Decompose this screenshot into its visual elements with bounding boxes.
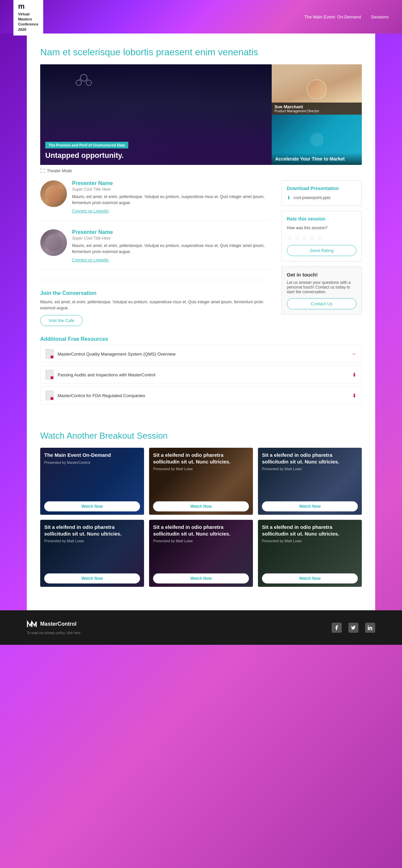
session-title-1: The Main Event On-Demand — [44, 452, 140, 459]
svg-point-1 — [76, 80, 81, 86]
session-card-1[interactable]: The Main Event On-Demand Presented by Ma… — [40, 448, 144, 515]
svg-rect-5 — [368, 627, 369, 630]
logo-m: m — [18, 1, 25, 12]
session-presenter-4: Presented by Matt Lowe — [44, 539, 140, 543]
send-rating-button[interactable]: Send Rating — [287, 245, 357, 256]
resource-name-1: MasterControl Quality Management System … — [58, 351, 351, 356]
presenter-main: Presenter Name Super Cool Title Here Mau… — [40, 180, 271, 326]
session-card-3[interactable]: Sit a eleifend in odio pharetra sollicit… — [258, 448, 362, 515]
presenter-info-2: Presenter Name Super Cool Title Here Mau… — [72, 229, 271, 263]
logo-line4: 2020 — [18, 27, 26, 32]
video-player[interactable]: The Promise and Peril of Unstructured Da… — [40, 64, 362, 165]
presenter-photo-2 — [40, 229, 67, 256]
presenter-photo-1 — [40, 180, 67, 207]
breakout-section: Watch Another Breakout Session The Main … — [27, 421, 375, 610]
svg-point-0 — [80, 74, 87, 81]
presenter-thumbnail: Sue Marchant Product Management Director — [272, 64, 362, 115]
contact-us-button[interactable]: Contact Us — [287, 298, 357, 309]
nav-item-main-event[interactable]: The Main Event: On-Demand — [304, 14, 361, 20]
resource-item-2[interactable]: Passing Audits and Inspections with Mast… — [40, 366, 362, 384]
session-presenter-3: Presented by Matt Lowe — [262, 467, 358, 471]
twitter-icon[interactable] — [348, 623, 359, 633]
star-5[interactable]: ☆ — [316, 234, 322, 242]
download-card: Download Presentation ⬇ cool-powerpoint.… — [281, 180, 362, 206]
download-title: Download Presentation — [287, 186, 357, 191]
session-content-5: Sit a eleifend in odio pharetra sollicit… — [149, 520, 253, 570]
presenter-info-1: Presenter Name Super Cool Title Here Mau… — [72, 180, 271, 214]
resource-icon-3 — [45, 391, 54, 400]
rating-title: Rate this session — [287, 216, 357, 221]
resource-item-3[interactable]: MasterControl for FDA Regulated Companie… — [40, 386, 362, 404]
watch-now-5[interactable]: Watch Now — [153, 574, 249, 584]
header-logo: m Virtual Masters Conference 2020 — [13, 0, 43, 35]
session-card-6[interactable]: Sit a eleifend in odio pharetra sollicit… — [258, 520, 362, 587]
presenter-bio-1: Mauris, est amet, et enim, pellentesque.… — [72, 194, 271, 206]
conversation-text: Mauris, est amet, et enim, pellentesque.… — [40, 299, 271, 311]
header: m Virtual Masters Conference 2020 The Ma… — [0, 0, 402, 33]
get-in-touch-text: Let us answer your questions with a pers… — [287, 280, 357, 294]
sessions-grid: The Main Event On-Demand Presented by Ma… — [40, 448, 362, 587]
presenter-name-2: Presenter Name — [72, 229, 271, 235]
session-content-6: Sit a eleifend in odio pharetra sollicit… — [258, 520, 362, 570]
star-2[interactable]: ☆ — [294, 234, 300, 242]
resource-item-1[interactable]: MasterControl Quality Management System … — [40, 345, 362, 363]
resource-action-3: ⬇ — [352, 393, 357, 399]
session-presenter-5: Presented by Matt Lowe — [153, 539, 249, 543]
session-content-2: Sit a eleifend in odio pharetra sollicit… — [149, 448, 253, 498]
watch-now-1[interactable]: Watch Now — [44, 501, 140, 512]
star-4[interactable]: ☆ — [309, 234, 315, 242]
nav-item-sessions[interactable]: Sessions — [371, 14, 389, 20]
presenter-linkedin-1[interactable]: Connect on LinkedIn — [72, 209, 109, 214]
facebook-icon[interactable] — [332, 623, 342, 633]
session-content-3: Sit a eleifend in odio pharetra sollicit… — [258, 448, 362, 498]
theater-mode-toggle[interactable]: ⛶ Theater Mode — [40, 168, 362, 174]
presenter-row-1: Presenter Name Super Cool Title Here Mau… — [40, 180, 271, 221]
presenter-title-1: Super Cool Title Here — [72, 187, 271, 192]
download-filename: cool-powerpoint.pptx — [294, 195, 331, 200]
header-nav: The Main Event: On-Demand Sessions — [304, 14, 389, 20]
session-card-2[interactable]: Sit a eleifend in odio pharetra sollicit… — [149, 448, 253, 515]
star-3[interactable]: ☆ — [302, 234, 307, 242]
presenter-card-title: Product Management Director — [274, 109, 359, 113]
svg-point-6 — [368, 625, 369, 626]
secondary-card: Accelerate Your Time to Market — [272, 115, 362, 165]
download-item[interactable]: ⬇ cool-powerpoint.pptx — [287, 195, 357, 200]
theater-mode-label: Theater Mode — [47, 168, 72, 173]
get-in-touch-title: Get in touch! — [287, 272, 357, 278]
linkedin-icon[interactable] — [365, 623, 375, 633]
video-badge: The Promise and Peril of Unstructured Da… — [45, 142, 128, 149]
session-content-1: The Main Event On-Demand Presented by Ma… — [40, 448, 144, 498]
visit-cafe-button[interactable]: Visit the Cafe — [40, 315, 83, 326]
download-icon: ⬇ — [287, 195, 291, 200]
watch-now-4[interactable]: Watch Now — [44, 574, 140, 584]
session-title-4: Sit a eleifend in odio pharetra sollicit… — [44, 524, 140, 537]
star-rating[interactable]: ☆ ☆ ☆ ☆ ☆ — [287, 234, 357, 242]
presenter-row-2: Presenter Name Super Cool Title Here Mau… — [40, 229, 271, 270]
secondary-card-label: Accelerate Your Time to Market — [272, 153, 362, 165]
footer-logo: MasterControl — [27, 620, 80, 628]
resource-icon-1 — [45, 349, 54, 359]
session-content-4: Sit a eleifend in odio pharetra sollicit… — [40, 520, 144, 570]
watch-now-6[interactable]: Watch Now — [262, 574, 358, 584]
resource-name-2: Passing Audits and Inspections with Mast… — [58, 372, 352, 377]
theater-icon: ⛶ — [40, 168, 45, 174]
star-1[interactable]: ☆ — [287, 234, 293, 242]
separator — [40, 280, 271, 280]
session-card-4[interactable]: Sit a eleifend in odio pharetra sollicit… — [40, 520, 144, 587]
resources-section: Additional Free Resources MasterControl … — [40, 336, 362, 404]
watch-now-3[interactable]: Watch Now — [262, 501, 358, 512]
footer-privacy[interactable]: To read our privacy policy, click here — [27, 631, 80, 635]
logo-line2: Masters — [18, 17, 32, 22]
presenter-linkedin-2[interactable]: Connect on LinkedIn — [72, 258, 109, 262]
conversation-section: Join the Conversation Mauris, est amet, … — [40, 290, 271, 326]
session-title-5: Sit a eleifend in odio pharetra sollicit… — [153, 524, 249, 537]
resource-action-1: → — [351, 351, 357, 357]
rating-card: Rate this session How was this session? … — [281, 211, 362, 261]
resource-icon-2 — [45, 370, 54, 379]
session-title-2: Sit a eleifend in odio pharetra sollicit… — [153, 452, 249, 465]
resource-name-3: MasterControl for FDA Regulated Companie… — [58, 393, 352, 398]
presenter-card-name: Sue Marchant — [274, 104, 359, 109]
presenter-title-2: Super Cool Title Here — [72, 236, 271, 241]
session-card-5[interactable]: Sit a eleifend in odio pharetra sollicit… — [149, 520, 253, 587]
watch-now-2[interactable]: Watch Now — [153, 501, 249, 512]
